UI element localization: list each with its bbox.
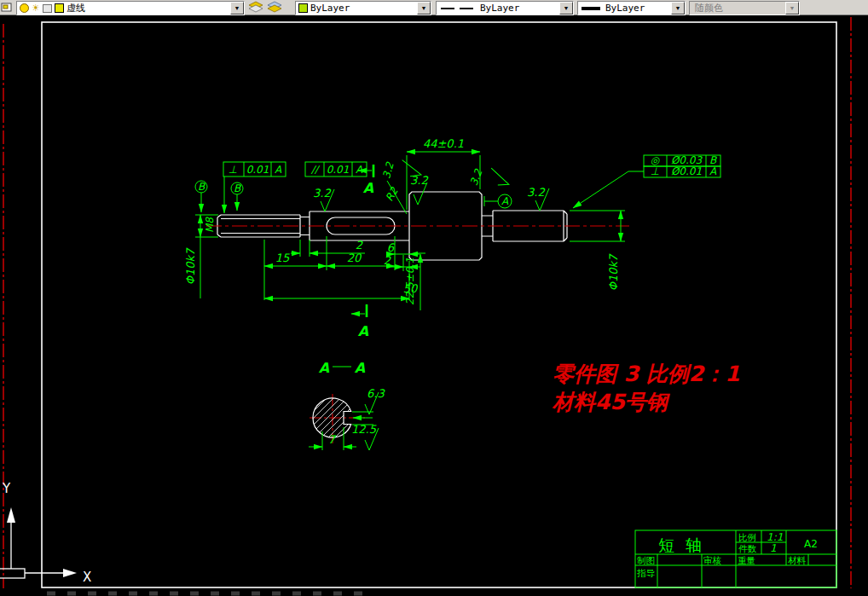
model-space-viewport[interactable]: 44±0.1 15 2 20 6 2 50 3.2 3.2 3.2 22.5±0… xyxy=(0,14,868,596)
roughness-3-2: 3.2 xyxy=(380,160,396,180)
fcf-conc-symbol: ◎ xyxy=(651,154,661,166)
dim-44: 44±0.1 xyxy=(423,137,464,150)
red-guide-lines xyxy=(3,17,851,588)
dim-2a: 2 xyxy=(356,239,363,252)
make-layer-current-button[interactable] xyxy=(247,1,264,14)
roughness-3-2: 3.2 xyxy=(527,186,545,199)
fcf-perp-symbol: ⊥ xyxy=(229,164,237,176)
layer-on-bulb-icon[interactable] xyxy=(20,3,29,13)
qty-value: 1 xyxy=(770,542,777,554)
section-label: A xyxy=(363,180,374,196)
linetype-dropdown-arrow[interactable]: ▼ xyxy=(559,2,573,14)
layer-name: 虚线 xyxy=(67,2,85,14)
dim-15: 15 xyxy=(275,252,290,264)
dia-right: Φ10k7 xyxy=(607,253,620,291)
layer-dropdown-arrow[interactable]: ▼ xyxy=(230,2,244,14)
datum-b-label: B xyxy=(198,181,205,193)
fcf-par-symbol: // xyxy=(310,164,321,176)
ucs-x-label: X xyxy=(83,570,91,585)
color-swatch xyxy=(298,3,308,13)
dim-20: 20 xyxy=(347,252,362,264)
layer-previous-button[interactable] xyxy=(266,1,283,14)
title-block: 短轴 比例 1:1 件数 1 A2 制图 审核 重量 材料 指导 xyxy=(635,530,836,587)
lineweight-dropdown-arrow[interactable]: ▼ xyxy=(671,2,685,14)
section-label: A xyxy=(358,323,369,339)
section-title-a1: A xyxy=(319,360,330,376)
fcf-perp2-datum: A xyxy=(709,165,717,177)
drawing-notes: 零件图 3 比例2：1 材料45号钢 xyxy=(552,362,740,414)
advisor-label: 指导 xyxy=(637,568,656,578)
datum-b-label: B xyxy=(234,182,241,194)
color-dropdown-arrow[interactable]: ▼ xyxy=(417,2,431,14)
roughness-3-2: 3.2 xyxy=(313,187,331,200)
object-properties-toolbar: ☀ 虚线 ▼ ByLayer ▼ ByLayer ▼ ByLayer ▼ 随颜色 xyxy=(0,0,868,15)
scale-value: 1:1 xyxy=(767,531,783,543)
ucs-y-arrow xyxy=(7,507,15,523)
thread-label: M8 xyxy=(204,217,216,233)
dim-6: 6 xyxy=(387,241,396,254)
dim-7: 7 xyxy=(328,433,337,446)
weight-label: 重量 xyxy=(738,555,755,565)
layer-stack-icon xyxy=(266,1,283,14)
color-value: ByLayer xyxy=(310,3,350,14)
layer-color-swatch xyxy=(55,3,64,13)
part-name: 短轴 xyxy=(658,535,713,554)
lineweight-control-dropdown[interactable]: ByLayer ▼ xyxy=(577,1,686,15)
fcf-conc-datum: B xyxy=(709,154,717,166)
dim-22-5: 22.5±0.1 xyxy=(404,257,416,305)
fcf-conc-tol: Ø0.03 xyxy=(671,154,703,166)
roughness-3-2: 3.2 xyxy=(410,174,428,187)
dim-2b: 2 xyxy=(384,254,391,267)
fcf-perp2-tol: Ø0.01 xyxy=(671,165,702,177)
roughness-12-5: 12.5 xyxy=(351,423,377,436)
layer-freeze-sun-icon[interactable]: ☀ xyxy=(32,3,40,14)
drawn-label: 制图 xyxy=(637,555,655,565)
fcf-perp-datum: A xyxy=(275,164,282,176)
layers-icon xyxy=(0,1,14,14)
section-title-a2: A xyxy=(355,360,366,376)
drawing-canvas[interactable]: 44±0.1 15 2 20 6 2 50 3.2 3.2 3.2 22.5±0… xyxy=(0,14,868,596)
layer-stack-icon xyxy=(247,1,264,14)
note-line2: 材料45号钢 xyxy=(552,390,670,414)
ucs-y-label: Y xyxy=(2,481,11,496)
linetype-value: ByLayer xyxy=(480,3,519,14)
ucs-x-arrow xyxy=(63,569,77,577)
linetype-sample xyxy=(460,8,473,9)
scale-label: 比例 xyxy=(738,532,756,542)
fcf-perp2-symbol: ⊥ xyxy=(651,165,659,177)
ucs-icon: Y X xyxy=(0,481,91,585)
color-control-dropdown[interactable]: ByLayer ▼ xyxy=(295,1,431,15)
layers-dialog-button[interactable] xyxy=(0,1,14,14)
lineweight-sample xyxy=(582,7,600,10)
layer-control-dropdown[interactable]: ☀ 虚线 ▼ xyxy=(16,1,245,15)
plotstyle-dropdown-arrow: ▼ xyxy=(785,2,799,14)
fcf-perp-tol: 0.01 xyxy=(246,164,269,176)
checked-label: 审核 xyxy=(703,555,722,565)
lineweight-value: ByLayer xyxy=(605,3,645,14)
paper-frame xyxy=(42,22,836,587)
plotstyle-value: 随颜色 xyxy=(695,2,723,14)
fcf-par-datum: A xyxy=(356,164,363,176)
material-label: 材料 xyxy=(788,555,807,565)
dia-left: Φ10k7 xyxy=(184,247,197,285)
roughness-6-3: 6.3 xyxy=(367,387,385,400)
roughness-3-2: 3.2 xyxy=(468,167,485,188)
plotstyle-control-dropdown: 随颜色 ▼ xyxy=(689,1,800,15)
layer-lock-icon[interactable] xyxy=(43,4,52,13)
sheet-size: A2 xyxy=(804,538,818,550)
linetype-sample xyxy=(441,8,454,9)
qty-label: 件数 xyxy=(738,543,757,553)
fcf-par-tol: 0.01 xyxy=(327,164,350,176)
datum-a-label: A xyxy=(501,195,509,207)
linetype-control-dropdown[interactable]: ByLayer ▼ xyxy=(436,1,574,15)
note-line1: 零件图 3 比例2：1 xyxy=(553,362,740,386)
